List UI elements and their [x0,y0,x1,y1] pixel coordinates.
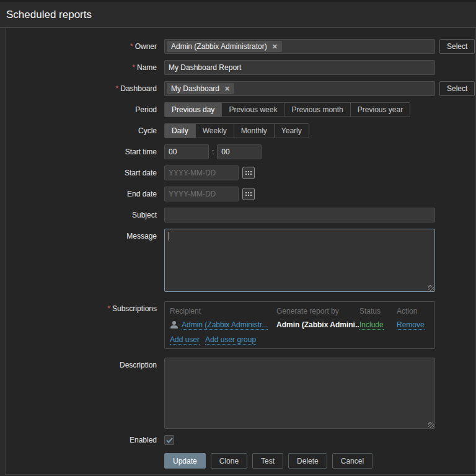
description-label: Description [6,358,164,369]
owner-chip-label: Admin (Zabbix Administrator) [171,42,267,51]
subscriptions-header-row: Recipient Generate report by Status Acti… [170,304,431,318]
delete-button[interactable]: Delete [288,453,327,469]
calendar-icon[interactable] [242,188,255,200]
calendar-icon[interactable] [242,167,255,179]
subject-input[interactable] [164,208,435,223]
page-title: Scheduled reports [6,9,92,21]
add-user-link[interactable]: Add user [170,335,200,345]
cancel-button[interactable]: Cancel [332,453,372,469]
period-option-previous-week[interactable]: Previous week [221,103,284,117]
update-button[interactable]: Update [164,453,206,469]
required-asterisk: * [132,63,135,72]
checkmark-icon [166,438,173,443]
owner-chip: Admin (Zabbix Administrator) ✕ [167,41,282,52]
start-time-label: Start time [6,148,164,156]
column-header-recipient: Recipient [170,304,276,318]
subscriptions-label: *Subscriptions [6,301,164,313]
period-option-previous-year[interactable]: Previous year [350,103,410,117]
dashboard-row: *Dashboard My Dashboard ✕ Select [6,81,475,96]
cycle-option-yearly[interactable]: Yearly [274,124,309,138]
message-textarea[interactable] [164,229,435,292]
dashboard-chip-label: My Dashboard [171,84,219,93]
subscriptions-table: Recipient Generate report by Status Acti… [170,304,431,332]
period-segmented-control: Previous day Previous week Previous mont… [164,102,410,117]
dashboard-multiselect[interactable]: My Dashboard ✕ [164,81,435,96]
scheduled-report-form: *Owner Admin (Zabbix Administrator) ✕ Se… [5,28,476,475]
start-date-label: Start date [6,169,164,177]
subject-label: Subject [6,211,164,219]
start-time-hours-input[interactable] [164,144,209,159]
required-asterisk: * [116,84,119,93]
required-asterisk: * [130,42,133,51]
description-textarea[interactable] [164,358,435,429]
cycle-option-weekly[interactable]: Weekly [195,124,234,138]
clone-button[interactable]: Clone [211,453,247,469]
period-label: Period [6,105,164,114]
start-date-input[interactable] [164,165,239,180]
dashboard-select-button[interactable]: Select [439,81,475,96]
cycle-segmented-control: Daily Weekly Monthly Yearly [164,123,309,138]
enabled-checkbox[interactable] [164,435,174,445]
end-date-label: End date [6,190,164,198]
start-date-row: Start date [6,165,475,180]
cycle-label: Cycle [6,126,164,135]
dashboard-label: *Dashboard [6,84,164,93]
remove-link[interactable]: Remove [397,320,425,330]
start-time-minutes-input[interactable] [217,144,262,159]
user-icon [170,321,178,328]
close-icon[interactable]: ✕ [272,43,278,50]
cycle-row: Cycle Daily Weekly Monthly Yearly [6,123,475,138]
message-label: Message [6,229,164,240]
period-option-previous-day[interactable]: Previous day [165,103,221,117]
required-asterisk: * [107,304,110,313]
owner-multiselect[interactable]: Admin (Zabbix Administrator) ✕ [164,39,435,54]
description-row: Description [6,358,475,429]
enabled-row: Enabled [6,435,475,445]
column-header-generate-report-by: Generate report by [276,304,359,318]
close-icon[interactable]: ✕ [224,86,230,92]
name-row: *Name [6,60,475,75]
status-include-link[interactable]: Include [359,320,384,330]
subscriptions-row: *Subscriptions Recipient Generate report… [6,301,475,349]
column-header-status: Status [359,304,397,318]
period-option-previous-month[interactable]: Previous month [284,103,350,117]
owner-row: *Owner Admin (Zabbix Administrator) ✕ Se… [6,39,475,54]
end-date-row: End date [6,187,475,201]
owner-select-button[interactable]: Select [439,39,475,54]
name-input[interactable] [164,60,435,75]
owner-label: *Owner [6,42,164,51]
generate-report-by-value: Admin (Zabbix Admini... [276,320,359,329]
text-cursor [169,232,169,240]
subject-row: Subject [6,208,475,223]
dialog-header: Scheduled reports [0,2,476,28]
time-separator: : [212,148,214,156]
add-user-group-link[interactable]: Add user group [205,335,256,345]
period-row: Period Previous day Previous week Previo… [6,102,475,117]
subscriptions-table-container: Recipient Generate report by Status Acti… [164,301,435,349]
enabled-label: Enabled [6,436,164,444]
end-date-input[interactable] [164,187,239,201]
subscription-table-row: Admin (Zabbix Administr... Admin (Zabbix… [170,318,431,332]
message-row: Message [6,229,475,292]
dashboard-chip: My Dashboard ✕ [167,83,234,94]
test-button[interactable]: Test [252,453,283,469]
cycle-option-monthly[interactable]: Monthly [234,124,274,138]
start-time-row: Start time : [6,144,475,159]
cycle-option-daily[interactable]: Daily [165,124,195,138]
name-label: *Name [6,63,164,72]
column-header-action: Action [397,304,431,318]
recipient-link[interactable]: Admin (Zabbix Administr... [182,320,268,330]
form-actions-row: Update Clone Test Delete Cancel [6,453,475,469]
